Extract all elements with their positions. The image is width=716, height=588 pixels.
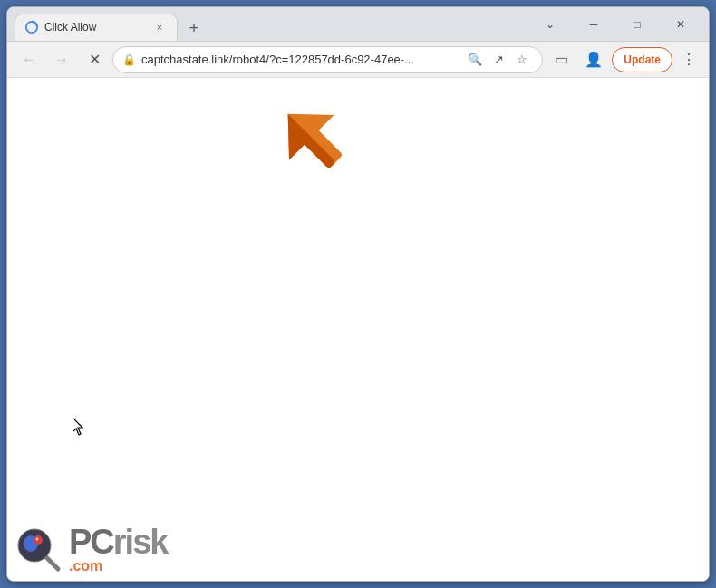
tab-area: Click Allow × + xyxy=(15,7,522,41)
mouse-cursor xyxy=(73,418,83,434)
chevron-down-button[interactable]: ⌄ xyxy=(529,10,571,39)
share-icon[interactable]: ↗ xyxy=(488,49,509,71)
address-bar[interactable]: 🔒 captchastate.link/robot4/?c=122857dd-6… xyxy=(112,46,543,73)
lock-icon: 🔒 xyxy=(122,53,136,66)
title-bar: Click Allow × + ⌄ ─ □ ✕ xyxy=(7,7,709,42)
window-controls: ⌄ ─ □ ✕ xyxy=(529,10,701,39)
toolbar-right: ▭ 👤 Update ⋮ xyxy=(547,45,701,74)
update-button[interactable]: Update xyxy=(612,47,672,72)
svg-point-10 xyxy=(36,538,39,541)
reload-button[interactable]: ✕ xyxy=(80,45,109,74)
tab-favicon xyxy=(24,20,39,34)
page-content: PCrisk .com xyxy=(7,78,709,581)
close-button[interactable]: ✕ xyxy=(660,10,701,39)
profile-button[interactable]: 👤 xyxy=(579,45,608,74)
address-icons: 🔍 ↗ ☆ xyxy=(464,49,533,71)
toolbar: ← → ✕ 🔒 captchastate.link/robot4/?c=1228… xyxy=(7,42,709,78)
bookmark-icon[interactable]: ☆ xyxy=(511,49,533,71)
active-tab[interactable]: Click Allow × xyxy=(15,14,178,41)
address-text: captchastate.link/robot4/?c=122857dd-6c9… xyxy=(141,53,459,66)
tab-close-button[interactable]: × xyxy=(151,19,168,35)
pcrisk-watermark: PCrisk .com xyxy=(7,517,207,581)
tab-title: Click Allow xyxy=(44,21,146,34)
minimize-button[interactable]: ─ xyxy=(573,10,614,39)
new-tab-button[interactable]: + xyxy=(181,15,207,41)
sidebar-icon[interactable]: ▭ xyxy=(547,45,576,74)
menu-button[interactable]: ⋮ xyxy=(676,47,701,72)
maximize-button[interactable]: □ xyxy=(616,10,658,39)
svg-marker-5 xyxy=(73,418,82,435)
forward-button[interactable]: → xyxy=(47,45,76,74)
pcrisk-logo-icon xyxy=(15,525,62,573)
pcrisk-text: PCrisk .com xyxy=(69,525,167,574)
search-icon[interactable]: 🔍 xyxy=(464,49,486,71)
back-button[interactable]: ← xyxy=(15,45,44,74)
browser-window: Click Allow × + ⌄ ─ □ ✕ ← → ✕ 🔒 captchas… xyxy=(6,6,710,582)
svg-line-6 xyxy=(45,556,58,569)
